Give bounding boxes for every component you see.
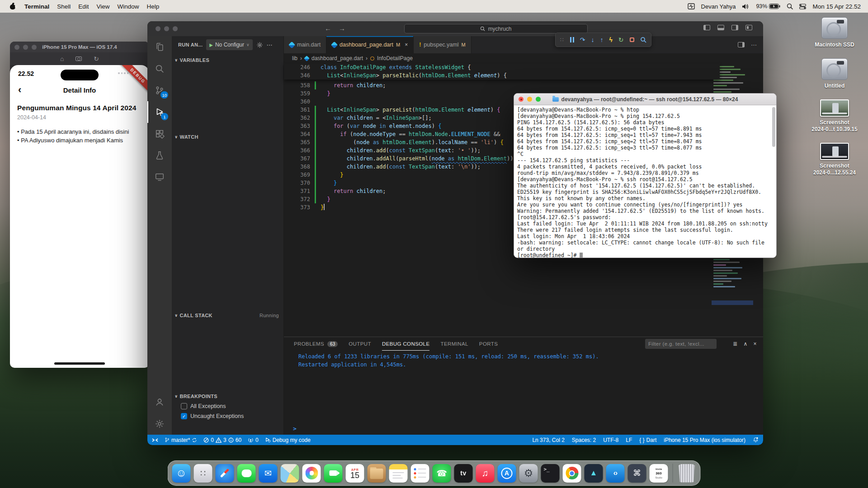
nav-forward-icon[interactable]: → bbox=[339, 24, 345, 32]
cursor-position[interactable]: Ln 373, Col 2 bbox=[532, 437, 564, 443]
desktop-icon[interactable]: Screenshot 2024-0...t 10.39.15 bbox=[807, 99, 862, 133]
code-line[interactable]: 363 for (var node in element.nodes) { bbox=[284, 122, 517, 130]
desktop-icon[interactable]: Macintosh SSD bbox=[807, 17, 862, 48]
dock-item-system-settings[interactable]: ⚙ bbox=[519, 464, 538, 483]
dock-item-launchpad[interactable]: ∷ bbox=[194, 464, 212, 483]
desktop-icon[interactable]: Untitled bbox=[807, 58, 862, 89]
code-line[interactable]: 371 return children; bbox=[284, 187, 517, 195]
debug-console-prompt[interactable]: > bbox=[293, 425, 297, 432]
editor-more-actions-icon[interactable]: ⋯ bbox=[751, 42, 757, 48]
panel-tab-ports[interactable]: PORTS bbox=[479, 337, 498, 351]
step-into-icon[interactable]: ↓ bbox=[591, 36, 594, 43]
activity-explorer[interactable] bbox=[147, 36, 172, 58]
section-breakpoints[interactable]: ∨BREAKPOINTS bbox=[172, 391, 283, 401]
debug-status[interactable]: Debug my code bbox=[265, 437, 311, 443]
dock-item-mail[interactable]: ✉ bbox=[259, 464, 278, 483]
activity-search[interactable] bbox=[147, 58, 172, 80]
problems-status[interactable]: 0 3 60 bbox=[203, 437, 241, 443]
code-line[interactable]: 359 } bbox=[284, 89, 517, 98]
device-selector[interactable]: iPhone 15 Pro Max (ios simulator) bbox=[664, 437, 745, 443]
panel-tab-output[interactable]: OUTPUT bbox=[349, 337, 371, 351]
activity-testing[interactable] bbox=[147, 145, 172, 166]
split-editor-icon[interactable] bbox=[738, 42, 745, 47]
dock-item-app-store[interactable]: A bbox=[498, 464, 516, 483]
indentation[interactable]: Spaces: 2 bbox=[572, 437, 596, 443]
rotate-icon[interactable]: ↻ bbox=[94, 55, 99, 62]
breadcrumb-file[interactable]: dashboard_page.dart bbox=[311, 55, 363, 61]
debug-config-dropdown[interactable]: ▶ No Configur ∨ bbox=[206, 39, 252, 50]
dock-item-command-tool[interactable]: ⌘ bbox=[628, 464, 646, 483]
home-icon[interactable]: ⌂ bbox=[60, 55, 64, 62]
vscode-title-bar[interactable]: ← → mychruch bbox=[147, 21, 763, 36]
terminal-scrollbar[interactable] bbox=[772, 107, 775, 147]
apple-menu-icon[interactable] bbox=[9, 3, 16, 10]
step-out-icon[interactable]: ↑ bbox=[600, 36, 603, 43]
notifications-bell-icon[interactable] bbox=[753, 437, 759, 443]
activity-run-debug[interactable]: 1 bbox=[147, 101, 172, 123]
stop-icon[interactable] bbox=[630, 38, 634, 42]
code-line[interactable]: 358 return children; bbox=[284, 81, 517, 89]
nav-back-icon[interactable]: ← bbox=[325, 24, 331, 32]
code-line[interactable]: 366 children.add(const TextSpan(text: '•… bbox=[284, 146, 517, 155]
dock-item-folder[interactable] bbox=[368, 464, 386, 483]
dock-item-music[interactable]: ♫ bbox=[476, 464, 495, 483]
code-line[interactable]: 368 children.add(const TextSpan(text: '\… bbox=[284, 163, 517, 171]
start-debug-icon[interactable]: ▶ bbox=[209, 42, 213, 47]
dock-item-vscode[interactable]: ‹› bbox=[606, 464, 625, 483]
menu-app-name[interactable]: Terminal bbox=[24, 3, 49, 10]
dock-item-android-studio[interactable]: ▲ bbox=[585, 464, 603, 483]
dock-item-finder[interactable]: ☺ bbox=[172, 464, 191, 483]
spotlight-icon[interactable] bbox=[787, 3, 793, 9]
activity-extensions[interactable] bbox=[147, 123, 172, 145]
dock-item-maps[interactable] bbox=[281, 464, 299, 483]
menu-window[interactable]: Window bbox=[118, 3, 139, 10]
control-center-icon[interactable] bbox=[799, 4, 806, 9]
more-actions-icon[interactable]: ⋯ bbox=[267, 42, 273, 48]
debug-console-output[interactable]: Reloaded 6 of 1233 libraries in 775ms (c… bbox=[284, 351, 763, 369]
filter-icon[interactable]: ≣ bbox=[733, 341, 737, 347]
dock-item-facetime[interactable] bbox=[324, 464, 343, 483]
hot-reload-icon[interactable]: ϟ bbox=[609, 36, 612, 43]
terminal-title-bar[interactable]: devanyahya — root@undefined:~ — ssh root… bbox=[514, 94, 776, 105]
section-call-stack[interactable]: ∨CALL STACKRunning bbox=[172, 310, 283, 320]
screenshot-icon[interactable] bbox=[75, 56, 82, 61]
terminal-output[interactable]: [devanyahya@Devans-MacBook-Pro ~ % htop[… bbox=[514, 105, 776, 258]
code-line[interactable]: 246class InfoDetailPage extends Stateles… bbox=[284, 63, 720, 71]
panel-tab-problems[interactable]: PROBLEMS63 bbox=[294, 337, 338, 351]
dock-item-safari[interactable] bbox=[216, 464, 234, 483]
toggle-panel-icon[interactable] bbox=[717, 25, 724, 30]
code-line[interactable]: 369 } bbox=[284, 171, 517, 179]
customize-layout-icon[interactable] bbox=[745, 25, 752, 30]
checkbox[interactable]: ✓ bbox=[181, 413, 187, 419]
drag-handle-icon[interactable]: ∷ bbox=[560, 37, 564, 43]
widget-inspector-icon[interactable] bbox=[640, 37, 646, 43]
volume-icon[interactable] bbox=[742, 4, 750, 9]
remote-indicator[interactable] bbox=[152, 437, 158, 443]
battery-indicator[interactable]: 93% bbox=[756, 3, 780, 9]
dock-item-apple-tv[interactable]: tv bbox=[454, 464, 473, 483]
dock-item-reminders[interactable] bbox=[411, 464, 429, 483]
close-panel-icon[interactable]: × bbox=[754, 341, 757, 347]
desktop-icon[interactable]: Screenshot 2024-0...12.55.24 bbox=[807, 143, 862, 176]
activity-source-control[interactable]: 10 bbox=[147, 80, 172, 101]
dock-item-chrome[interactable] bbox=[563, 464, 581, 483]
vscode-traffic-lights[interactable] bbox=[156, 26, 178, 31]
dock-item-messages[interactable] bbox=[237, 464, 256, 483]
checkbox[interactable] bbox=[181, 403, 187, 409]
menu-edit[interactable]: Edit bbox=[78, 3, 89, 10]
panel-tab-terminal[interactable]: TERMINAL bbox=[440, 337, 468, 351]
code-line[interactable]: 372 } bbox=[284, 195, 517, 203]
tab-dashboard-page-dart[interactable]: dashboard_page.dart M × bbox=[326, 36, 414, 53]
activity-remote-explorer[interactable] bbox=[147, 166, 172, 188]
section-watch[interactable]: ∨WATCH bbox=[172, 132, 283, 142]
pause-icon[interactable] bbox=[570, 37, 574, 42]
dock-item-notes[interactable] bbox=[389, 464, 408, 483]
dock-item-photos[interactable] bbox=[302, 464, 321, 483]
dock-item-whatsapp[interactable]: ☎ bbox=[433, 464, 451, 483]
git-branch-status[interactable]: master* bbox=[165, 437, 197, 443]
code-line[interactable]: 373} bbox=[284, 203, 517, 211]
debug-settings-gear-icon[interactable] bbox=[256, 42, 263, 48]
dock-item-calendar[interactable]: APR15 bbox=[346, 464, 364, 483]
restart-icon[interactable]: ↻ bbox=[618, 36, 624, 43]
toggle-sidebar-icon[interactable] bbox=[703, 25, 710, 30]
